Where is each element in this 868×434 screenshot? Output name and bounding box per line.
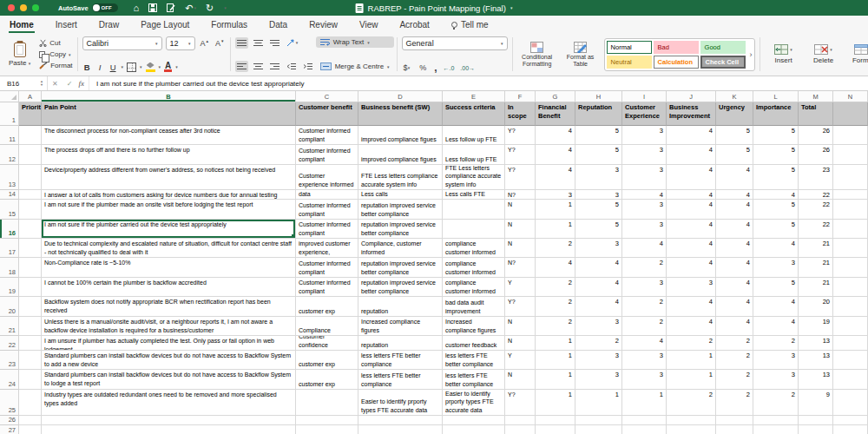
cell-H16[interactable]: 5: [575, 220, 622, 239]
tab-page-layout[interactable]: Page Layout: [140, 17, 190, 33]
delete-dropdown-icon[interactable]: ▾: [830, 47, 832, 52]
cell-C13[interactable]: Customer experience informed: [296, 165, 358, 190]
cell-N11[interactable]: [833, 126, 868, 145]
cell-G16[interactable]: 1: [536, 220, 575, 239]
row-header-22[interactable]: 22: [0, 336, 19, 351]
fill-color-button[interactable]: [146, 62, 155, 72]
cell-N18[interactable]: [833, 258, 868, 278]
cell-D20[interactable]: reputation: [358, 297, 443, 317]
cell-I20[interactable]: 2: [622, 297, 667, 317]
cell-H15[interactable]: 5: [575, 200, 622, 220]
cell-E17[interactable]: Audit non-compliance customer informed: [443, 239, 505, 258]
style-check-cell[interactable]: Check Cell: [700, 56, 746, 69]
delete-cells-button[interactable]: ▾ Delete: [805, 44, 843, 64]
cell-G13[interactable]: 4: [536, 165, 575, 190]
cell-B26[interactable]: [42, 416, 296, 425]
style-neutral[interactable]: Neutral: [607, 56, 652, 69]
cell-L24[interactable]: 3: [753, 370, 799, 390]
cell-F15[interactable]: N: [505, 200, 536, 220]
cell-K27[interactable]: [716, 425, 753, 434]
cell-D18[interactable]: reputation improved service better compl…: [358, 258, 443, 278]
underline-button[interactable]: U: [108, 62, 118, 72]
cell-D16[interactable]: reputation improved service better compl…: [358, 220, 443, 239]
cell-A12[interactable]: [19, 145, 42, 165]
cell-H14[interactable]: 3: [575, 190, 622, 200]
cell-A15[interactable]: [19, 200, 42, 220]
row-header-17[interactable]: 17: [0, 239, 19, 258]
decrease-font-size-button[interactable]: A▾: [214, 39, 226, 48]
cell-J1[interactable]: Business Improvement: [667, 102, 716, 126]
cell-B15[interactable]: I am not sure if the plumber made an ons…: [42, 200, 296, 220]
col-header-E[interactable]: E: [443, 91, 505, 102]
ribbon-options-icon[interactable]: ▾: [224, 6, 227, 10]
cell-G23[interactable]: 1: [536, 351, 575, 370]
cell-G15[interactable]: 1: [536, 200, 575, 220]
style-bad[interactable]: Bad: [654, 41, 699, 54]
home-icon[interactable]: ⌂: [134, 3, 140, 13]
col-header-G[interactable]: G: [536, 91, 575, 102]
orientation-dropdown-icon[interactable]: ▾: [296, 40, 299, 45]
cell-N17[interactable]: [833, 239, 868, 258]
cell-D23[interactable]: less letters FTE better compliance: [358, 351, 443, 370]
cell-D19[interactable]: reputation improved service better compl…: [358, 278, 443, 297]
cell-C22[interactable]: Customer confidence: [296, 336, 358, 351]
cell-A20[interactable]: [19, 297, 42, 317]
col-header-I[interactable]: I: [622, 91, 667, 102]
cell-N13[interactable]: [833, 165, 868, 190]
cell-L15[interactable]: 5: [753, 200, 799, 220]
cell-G22[interactable]: 1: [536, 336, 575, 351]
row-header-20[interactable]: 20: [0, 297, 19, 317]
cell-H18[interactable]: 4: [575, 258, 622, 278]
col-header-A[interactable]: A: [19, 91, 42, 102]
edit-mode-icon[interactable]: [167, 3, 175, 12]
tab-formulas[interactable]: Formulas: [210, 17, 248, 33]
cell-A18[interactable]: [19, 258, 42, 278]
cell-C25[interactable]: [296, 390, 358, 416]
row-header-26[interactable]: 26: [0, 416, 19, 425]
cell-N20[interactable]: [833, 297, 868, 317]
cell-E11[interactable]: Less follow up FTE: [443, 126, 505, 145]
cell-A14[interactable]: [19, 190, 42, 200]
cell-I17[interactable]: 4: [622, 239, 667, 258]
cell-J19[interactable]: 3: [667, 278, 716, 297]
cell-D12[interactable]: improved compliance figues: [358, 145, 443, 165]
cell-I19[interactable]: 3: [622, 278, 667, 297]
cell-F1[interactable]: In scope: [505, 102, 536, 126]
cell-G21[interactable]: 2: [536, 317, 575, 336]
cell-I12[interactable]: 3: [622, 145, 667, 165]
cell-D1[interactable]: Business benefit (SW): [358, 102, 443, 126]
enter-icon[interactable]: ✓: [62, 80, 77, 88]
cell-I16[interactable]: 3: [622, 220, 667, 239]
cell-C24[interactable]: customer exp: [296, 370, 358, 390]
cell-F25[interactable]: Y?: [505, 390, 536, 416]
cell-N16[interactable]: [833, 220, 868, 239]
cell-D22[interactable]: reputation: [358, 336, 443, 351]
cell-B11[interactable]: The disconnect process for non-compliant…: [42, 126, 296, 145]
cell-H27[interactable]: [575, 425, 622, 434]
tab-review[interactable]: Review: [308, 17, 339, 33]
cell-N23[interactable]: [833, 351, 868, 370]
wrap-text-dropdown-icon[interactable]: ▾: [367, 40, 370, 45]
bold-button[interactable]: B: [82, 62, 92, 72]
cell-B27[interactable]: [42, 425, 296, 434]
cell-H23[interactable]: 3: [575, 351, 622, 370]
cell-B24[interactable]: Standard plumbers can install backflow d…: [42, 370, 296, 390]
currency-format-button[interactable]: $▾: [402, 63, 412, 72]
cell-G25[interactable]: 1: [536, 390, 575, 416]
cell-M13[interactable]: 23: [799, 165, 833, 190]
cell-I18[interactable]: 2: [622, 258, 667, 278]
window-close-button[interactable]: [8, 4, 15, 11]
paste-button[interactable]: Paste ▾: [5, 41, 34, 69]
cell-F20[interactable]: Y?: [505, 297, 536, 317]
borders-icon[interactable]: [127, 62, 136, 72]
font-color-button[interactable]: A: [164, 62, 172, 72]
cell-B22[interactable]: I am unsure if plumber has actually comp…: [42, 336, 296, 351]
cell-G11[interactable]: 4: [536, 126, 575, 145]
cell-G20[interactable]: 2: [536, 297, 575, 317]
styles-more-icon[interactable]: ›: [750, 50, 753, 59]
cell-B18[interactable]: Non-Compliance rate is ~5-10%: [42, 258, 296, 278]
format-cells-button[interactable]: ▾ Format: [845, 44, 868, 64]
fill-color-dropdown-icon[interactable]: ▾: [159, 64, 161, 69]
cell-K17[interactable]: 4: [716, 239, 753, 258]
cell-J11[interactable]: 4: [667, 126, 716, 145]
